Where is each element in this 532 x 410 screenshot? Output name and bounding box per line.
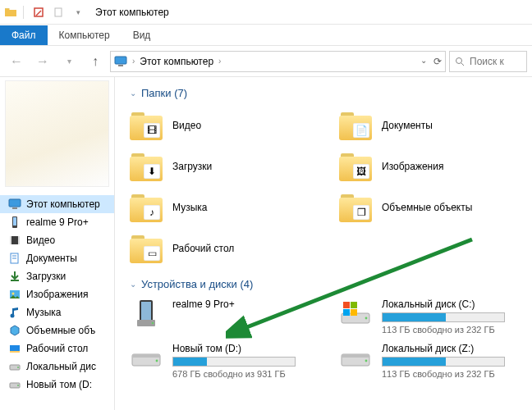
tree-item-label: Документы xyxy=(26,253,77,264)
properties-icon[interactable] xyxy=(31,5,46,20)
tree-item-label: realme 9 Pro+ xyxy=(26,216,89,228)
search-placeholder: Поиск к xyxy=(470,56,504,67)
folder-label: Рабочий стол xyxy=(172,243,234,254)
forward-button[interactable]: → xyxy=(31,50,54,73)
tree-item[interactable]: Рабочий стол xyxy=(0,339,114,358)
chevron-down-icon: ⌄ xyxy=(130,280,136,289)
folder-overlay-icon: 🎞 xyxy=(144,123,160,138)
tab-file[interactable]: Файл xyxy=(0,25,48,45)
folder-label: Документы xyxy=(382,120,433,131)
refresh-icon[interactable]: ⟳ xyxy=(433,56,442,67)
up-button[interactable]: ↑ xyxy=(84,50,107,73)
folder-label: Загрузки xyxy=(172,161,212,172)
tree-item[interactable]: realme 9 Pro+ xyxy=(0,213,114,231)
drive-icon xyxy=(130,343,163,372)
tab-computer[interactable]: Компьютер xyxy=(48,25,122,45)
tree-item-label: Новый том (D: xyxy=(26,379,92,390)
chevron-right-icon[interactable]: › xyxy=(218,57,221,66)
tree-item[interactable]: Объемные объ xyxy=(0,321,114,339)
svg-point-38 xyxy=(156,360,158,362)
address-dropdown-icon[interactable]: ⌄ xyxy=(420,56,427,67)
folder-item[interactable]: ♪ Музыка xyxy=(130,189,314,226)
tree-item-label: Локальный дис xyxy=(26,361,96,372)
folder-label: Изображения xyxy=(382,161,443,172)
svg-point-29 xyxy=(152,322,154,325)
tree-item[interactable]: Загрузки xyxy=(0,267,114,285)
folder-item[interactable]: 📄 Документы xyxy=(339,107,524,144)
group-drives-header[interactable]: ⌄ Устройства и диски (4) xyxy=(130,278,524,290)
breadcrumb[interactable]: Этот компьютер xyxy=(140,56,213,67)
address-bar[interactable]: › Этот компьютер › ⌄ ⟳ xyxy=(110,51,446,72)
svg-rect-27 xyxy=(141,302,151,320)
drive-usage-bar xyxy=(382,312,505,322)
tree-item-label: Объемные объ xyxy=(26,325,95,336)
tab-view[interactable]: Вид xyxy=(122,25,163,45)
video-icon xyxy=(8,234,21,247)
tree-item[interactable]: Локальный дис xyxy=(0,358,114,376)
folder-item[interactable]: 🎞 Видео xyxy=(130,107,314,144)
folder-icon[interactable] xyxy=(3,5,18,20)
svg-rect-2 xyxy=(115,57,126,64)
svg-line-5 xyxy=(461,63,464,66)
tree-item[interactable]: Музыка xyxy=(0,303,114,321)
pc-icon xyxy=(8,198,21,211)
group-folders-header[interactable]: ⌄ Папки (7) xyxy=(130,87,524,99)
svg-rect-35 xyxy=(351,309,357,316)
qat-dropdown-icon[interactable]: ▾ xyxy=(71,5,85,20)
folder-icon: ▭ xyxy=(130,234,163,263)
drive-item[interactable]: realme 9 Pro+ xyxy=(130,298,314,335)
back-button[interactable]: ← xyxy=(5,50,28,73)
folder-item[interactable]: ❒ Объемные объекты xyxy=(339,189,524,226)
window-title: Этот компьютер xyxy=(95,7,169,18)
chevron-right-icon[interactable]: › xyxy=(132,57,135,66)
drive-item[interactable]: Локальный диск (Z:) 113 ГБ свободно из 2… xyxy=(339,343,524,379)
svg-rect-21 xyxy=(10,351,20,353)
folder-label: Объемные объекты xyxy=(382,202,472,213)
down-icon xyxy=(8,270,21,283)
tree-item[interactable]: Этот компьютер xyxy=(0,195,114,213)
phone-icon xyxy=(8,216,21,229)
drive-label: Новый том (D:) xyxy=(172,343,296,354)
folder-icon: 🖼 xyxy=(339,152,372,181)
content-area: ⌄ Папки (7) 🎞 Видео 📄 Документы ⬇ Загруз… xyxy=(115,77,532,410)
folder-label: Музыка xyxy=(172,202,207,213)
drive-subtext: 113 ГБ свободно из 232 ГБ xyxy=(382,369,505,379)
pic-icon xyxy=(8,288,21,301)
svg-rect-3 xyxy=(118,65,123,66)
tree-item[interactable]: Документы xyxy=(0,249,114,267)
search-input[interactable]: Поиск к xyxy=(449,51,527,72)
title-bar: ▾ Этот компьютер xyxy=(0,0,532,25)
search-icon xyxy=(455,57,465,66)
drive-label: Локальный диск (C:) xyxy=(382,298,505,310)
drive-item[interactable]: Локальный диск (C:) 113 ГБ свободно из 2… xyxy=(339,298,524,335)
address-row: ← → ▾ ↑ › Этот компьютер › ⌄ ⟳ Поиск к xyxy=(0,46,532,77)
disk-icon xyxy=(8,360,21,373)
explorer-body: Этот компьютерrealme 9 Pro+ВидеоДокумент… xyxy=(0,77,532,410)
svg-rect-12 xyxy=(18,236,20,244)
qat-separator xyxy=(23,6,26,19)
tree-item-label: Изображения xyxy=(26,289,88,300)
svg-point-23 xyxy=(17,367,19,368)
tree-item[interactable]: Видео xyxy=(0,231,114,249)
blank-doc-icon[interactable] xyxy=(51,5,66,20)
folder-icon: 📄 xyxy=(339,111,372,140)
recent-dropdown[interactable]: ▾ xyxy=(57,50,80,73)
folder-overlay-icon: ▭ xyxy=(144,246,160,261)
drive-item[interactable]: Новый том (D:) 678 ГБ свободно из 931 ГБ xyxy=(130,343,314,379)
folder-item[interactable]: ▭ Рабочий стол xyxy=(130,230,314,266)
svg-point-25 xyxy=(17,385,19,386)
music-icon xyxy=(8,306,21,319)
folder-icon: ❒ xyxy=(339,193,372,222)
tree-item-label: Видео xyxy=(26,235,55,246)
folder-item[interactable]: ⬇ Загрузки xyxy=(130,148,314,184)
tree-item[interactable]: Изображения xyxy=(0,285,114,303)
svg-rect-16 xyxy=(11,280,19,281)
svg-rect-37 xyxy=(132,354,160,358)
folder-item[interactable]: 🖼 Изображения xyxy=(339,148,524,184)
tree-item[interactable]: Новый том (D: xyxy=(0,376,114,394)
ribbon-tabs: Файл Компьютер Вид xyxy=(0,25,532,46)
svg-rect-34 xyxy=(343,309,350,316)
tree-item-label: Загрузки xyxy=(26,271,66,282)
desk-icon xyxy=(8,342,21,355)
folder-overlay-icon: 📄 xyxy=(353,123,369,138)
